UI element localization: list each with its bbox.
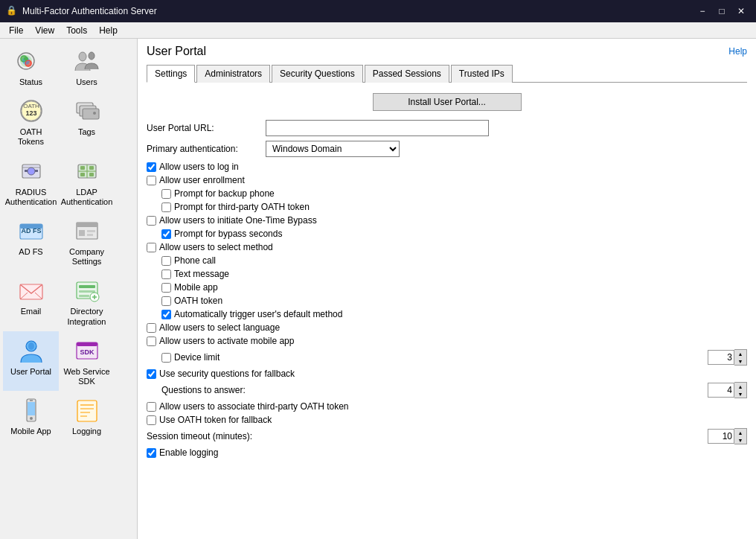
sidebar-item-logging[interactable]: Logging	[59, 391, 115, 441]
auto-trigger-default-row[interactable]: Automatically trigger user's default met…	[161, 309, 747, 319]
mobile-app-checkbox[interactable]	[161, 283, 171, 293]
device-limit-checkbox[interactable]	[161, 353, 171, 363]
use-oath-fallback-checkbox[interactable]	[147, 415, 156, 425]
sidebar-item-status[interactable]: Status	[3, 42, 59, 92]
mobile-app-row[interactable]: Mobile app	[161, 282, 747, 293]
allow-login-checkbox[interactable]	[147, 162, 156, 172]
tab-security-questions[interactable]: Security Questions	[272, 65, 363, 83]
maximize-button[interactable]: □	[713, 4, 731, 19]
allow-select-method-row[interactable]: Allow users to select method	[147, 242, 747, 252]
ldap-auth-icon	[72, 156, 102, 186]
session-timeout-input[interactable]	[708, 429, 734, 444]
allow-third-party-oath-checkbox[interactable]	[147, 402, 156, 412]
svg-rect-35	[87, 230, 95, 232]
menu-file[interactable]: File	[3, 24, 29, 37]
sidebar-item-company-settings[interactable]: Company Settings	[59, 211, 115, 271]
tab-administrators[interactable]: Administrators	[196, 65, 270, 83]
allow-third-party-oath-row[interactable]: Allow users to associate third-party OAT…	[147, 401, 747, 412]
allow-activate-mobile-row[interactable]: Allow users to activate mobile app	[147, 336, 747, 346]
sidebar-item-oath-tokens[interactable]: OATH 123 OATH Tokens	[3, 92, 59, 151]
email-icon	[16, 275, 46, 305]
tab-settings[interactable]: Settings	[147, 65, 195, 83]
auto-trigger-default-checkbox[interactable]	[161, 310, 171, 319]
primary-auth-select[interactable]: Windows Domain RADIUS LDAP	[266, 141, 400, 157]
allow-third-party-oath-label: Allow users to associate third-party OAT…	[159, 401, 349, 412]
questions-decrement[interactable]: ▼	[734, 390, 746, 398]
minimize-button[interactable]: −	[693, 4, 711, 19]
prompt-backup-phone-row[interactable]: Prompt for backup phone	[161, 188, 747, 199]
prompt-third-party-oath-checkbox[interactable]	[161, 202, 171, 212]
phone-call-checkbox[interactable]	[161, 256, 171, 266]
phone-call-row[interactable]: Phone call	[161, 255, 747, 266]
prompt-third-party-oath-label: Prompt for third-party OATH token	[174, 202, 310, 212]
mobile-app-label: Mobile app	[174, 282, 218, 293]
settings-content: Install User Portal... User Portal URL: …	[147, 90, 747, 464]
svg-text:123: 123	[25, 109, 36, 117]
sidebar-item-web-service-sdk-label: Web Service SDK	[62, 367, 112, 386]
menu-view[interactable]: View	[29, 24, 60, 37]
sidebar-item-status-label: Status	[19, 77, 42, 87]
menu-help[interactable]: Help	[93, 24, 124, 37]
questions-increment[interactable]: ▲	[734, 383, 746, 390]
questions-spinner-buttons: ▲ ▼	[734, 382, 747, 398]
sidebar-item-email[interactable]: Email	[3, 271, 59, 331]
sidebar-item-mobile-app[interactable]: Mobile App	[3, 391, 59, 441]
svg-rect-20	[25, 170, 28, 172]
sidebar-item-radius-auth[interactable]: RADIUS Authentication	[3, 152, 59, 211]
allow-enrollment-row[interactable]: Allow user enrollment	[147, 175, 747, 185]
questions-to-answer-input[interactable]	[708, 383, 734, 398]
sidebar-item-user-portal[interactable]: User Portal	[3, 331, 59, 391]
mobile-app-icon	[16, 395, 46, 425]
allow-one-time-bypass-checkbox[interactable]	[147, 216, 156, 226]
main-container: Status Users OATH 123	[0, 39, 756, 539]
allow-select-language-row[interactable]: Allow users to select language	[147, 322, 747, 333]
menu-tools[interactable]: Tools	[60, 24, 93, 37]
device-limit-decrement[interactable]: ▼	[734, 357, 746, 365]
device-limit-spinner-buttons: ▲ ▼	[734, 349, 747, 366]
sidebar-item-adfs[interactable]: AD FS AD FS	[3, 211, 59, 271]
sidebar-item-users[interactable]: Users	[59, 42, 115, 92]
use-oath-fallback-row[interactable]: Use OATH token for fallback	[147, 415, 747, 425]
allow-activate-mobile-label: Allow users to activate mobile app	[159, 336, 294, 346]
sidebar-item-mobile-app-label: Mobile App	[10, 427, 51, 436]
prompt-bypass-seconds-checkbox[interactable]	[161, 229, 171, 239]
sidebar-item-directory-integration[interactable]: Directory Integration	[59, 271, 115, 331]
device-limit-increment[interactable]: ▲	[734, 350, 746, 357]
enable-logging-row[interactable]: Enable logging	[147, 447, 747, 458]
prompt-third-party-oath-row[interactable]: Prompt for third-party OATH token	[161, 202, 747, 212]
allow-activate-mobile-checkbox[interactable]	[147, 337, 156, 346]
prompt-backup-phone-checkbox[interactable]	[161, 189, 171, 199]
tab-passed-sessions[interactable]: Passed Sessions	[365, 65, 449, 83]
device-limit-input[interactable]	[708, 350, 734, 365]
allow-select-language-checkbox[interactable]	[147, 323, 156, 333]
text-message-checkbox[interactable]	[161, 270, 171, 279]
text-message-row[interactable]: Text message	[161, 269, 747, 279]
sidebar-item-tags[interactable]: Tags	[59, 92, 115, 151]
session-timeout-increment[interactable]: ▲	[734, 429, 746, 436]
radius-auth-icon	[16, 156, 46, 186]
sidebar-item-web-service-sdk[interactable]: SDK Web Service SDK	[59, 331, 115, 391]
use-security-questions-row[interactable]: Use security questions for fallback	[147, 369, 747, 379]
device-limit-check[interactable]: Device limit	[161, 352, 708, 363]
page-title-bar: User Portal Help	[147, 45, 747, 58]
url-input[interactable]	[266, 120, 489, 136]
use-security-questions-checkbox[interactable]	[147, 369, 156, 379]
oath-token-row[interactable]: OATH token	[161, 296, 747, 306]
install-user-portal-button[interactable]: Install User Portal...	[373, 93, 522, 111]
oath-token-checkbox[interactable]	[161, 296, 171, 306]
allow-enrollment-checkbox[interactable]	[147, 176, 156, 185]
prompt-bypass-seconds-row[interactable]: Prompt for bypass seconds	[161, 229, 747, 239]
session-timeout-decrement[interactable]: ▼	[734, 436, 746, 444]
allow-select-method-checkbox[interactable]	[147, 243, 156, 252]
tab-trusted-ips[interactable]: Trusted IPs	[451, 65, 513, 83]
use-security-questions-label: Use security questions for fallback	[159, 369, 295, 379]
svg-rect-21	[35, 170, 38, 172]
svg-rect-28	[89, 173, 94, 176]
allow-login-row[interactable]: Allow users to log in	[147, 162, 747, 172]
allow-one-time-bypass-row[interactable]: Allow users to initiate One-Time Bypass	[147, 215, 747, 226]
close-button[interactable]: ✕	[732, 4, 750, 19]
sidebar-item-ldap-auth[interactable]: LDAP Authentication	[59, 152, 115, 211]
help-link[interactable]: Help	[728, 46, 747, 57]
enable-logging-checkbox[interactable]	[147, 448, 156, 458]
device-limit-row: Device limit ▲ ▼	[161, 349, 747, 366]
